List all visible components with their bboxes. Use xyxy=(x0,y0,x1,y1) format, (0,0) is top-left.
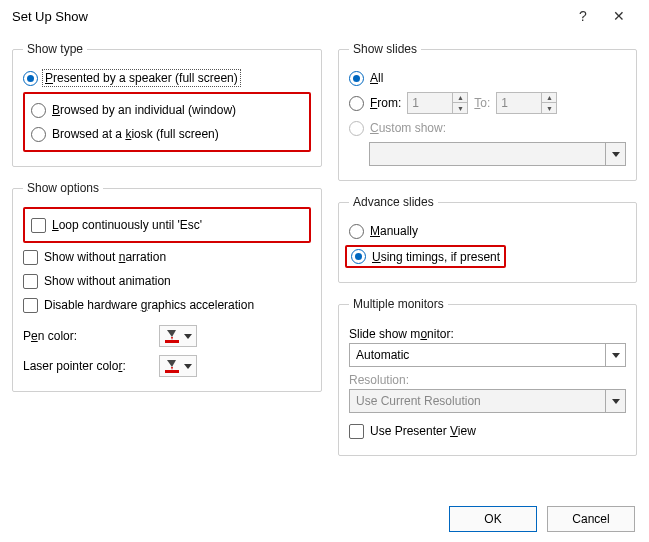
svg-rect-0 xyxy=(165,340,179,343)
input-to[interactable] xyxy=(497,93,541,113)
dropdown-custom-show xyxy=(369,142,626,166)
checkbox-presenter-view[interactable] xyxy=(349,424,364,439)
label-laser-color: Laser pointer color: xyxy=(23,359,153,373)
group-advance-slides: Advance slides Manually Using timings, i… xyxy=(338,195,637,283)
label-no-animation[interactable]: Show without animation xyxy=(44,274,171,288)
checkbox-loop[interactable] xyxy=(31,218,46,233)
ok-button[interactable]: OK xyxy=(449,506,537,532)
radio-from-to[interactable] xyxy=(349,96,364,111)
label-slide-show-monitor: Slide show monitor: xyxy=(349,327,626,341)
dropdown-resolution xyxy=(349,389,626,413)
close-button[interactable]: ✕ xyxy=(601,8,637,24)
checkbox-no-narration[interactable] xyxy=(23,250,38,265)
legend-show-type: Show type xyxy=(23,42,87,56)
spin-down-icon[interactable]: ▼ xyxy=(542,103,556,113)
input-custom-show xyxy=(370,147,605,161)
legend-multiple-monitors: Multiple monitors xyxy=(349,297,448,311)
label-to: To: xyxy=(474,96,490,110)
spinner-from[interactable]: ▲▼ xyxy=(407,92,468,114)
highlight-box-browsed-options: Browsed by an individual (window) Browse… xyxy=(23,92,311,152)
checkbox-no-hwaccel[interactable] xyxy=(23,298,38,313)
label-custom-show: Custom show: xyxy=(370,121,446,135)
dropdown-monitor[interactable] xyxy=(349,343,626,367)
window-title: Set Up Show xyxy=(12,9,565,24)
legend-show-slides: Show slides xyxy=(349,42,421,56)
group-multiple-monitors: Multiple monitors Slide show monitor: Re… xyxy=(338,297,637,456)
group-show-options: Show options Loop continuously until 'Es… xyxy=(12,181,322,392)
label-loop[interactable]: Loop continuously until 'Esc' xyxy=(52,218,202,232)
laser-color-icon xyxy=(164,359,180,373)
label-resolution: Resolution: xyxy=(349,373,626,387)
cancel-button[interactable]: Cancel xyxy=(547,506,635,532)
checkbox-no-animation[interactable] xyxy=(23,274,38,289)
pen-color-picker[interactable] xyxy=(159,325,197,347)
label-browsed-window[interactable]: Browsed by an individual (window) xyxy=(52,103,236,117)
label-from[interactable]: From: xyxy=(370,96,401,110)
spin-up-icon[interactable]: ▲ xyxy=(542,93,556,103)
label-browsed-kiosk[interactable]: Browsed at a kiosk (full screen) xyxy=(52,127,219,141)
legend-show-options: Show options xyxy=(23,181,103,195)
input-monitor[interactable] xyxy=(350,348,605,362)
chevron-down-icon xyxy=(184,334,192,339)
label-pen-color: Pen color: xyxy=(23,329,153,343)
spinner-to[interactable]: ▲▼ xyxy=(496,92,557,114)
laser-color-picker[interactable] xyxy=(159,355,197,377)
input-resolution xyxy=(350,394,605,408)
titlebar: Set Up Show ? ✕ xyxy=(0,0,649,28)
label-no-hwaccel[interactable]: Disable hardware graphics acceleration xyxy=(44,298,254,312)
radio-custom-show xyxy=(349,121,364,136)
radio-presented-speaker[interactable] xyxy=(23,71,38,86)
chevron-down-icon[interactable] xyxy=(605,344,625,366)
svg-rect-1 xyxy=(165,370,179,373)
pen-color-icon xyxy=(164,329,180,343)
label-no-narration[interactable]: Show without narration xyxy=(44,250,166,264)
radio-timings[interactable] xyxy=(351,249,366,264)
radio-browsed-window[interactable] xyxy=(31,103,46,118)
label-presented-speaker[interactable]: Presented by a speaker (full screen) xyxy=(44,71,239,85)
highlight-box-loop: Loop continuously until 'Esc' xyxy=(23,207,311,243)
input-from[interactable] xyxy=(408,93,452,113)
chevron-down-icon xyxy=(605,143,625,165)
radio-all-slides[interactable] xyxy=(349,71,364,86)
label-timings[interactable]: Using timings, if present xyxy=(372,250,500,264)
group-show-slides: Show slides All From: ▲▼ To: ▲▼ xyxy=(338,42,637,181)
label-manually[interactable]: Manually xyxy=(370,224,418,238)
radio-manually[interactable] xyxy=(349,224,364,239)
chevron-down-icon xyxy=(184,364,192,369)
group-show-type: Show type Presented by a speaker (full s… xyxy=(12,42,322,167)
highlight-box-timings: Using timings, if present xyxy=(345,245,506,268)
legend-advance-slides: Advance slides xyxy=(349,195,438,209)
label-all-slides[interactable]: All xyxy=(370,71,383,85)
spin-up-icon[interactable]: ▲ xyxy=(453,93,467,103)
spin-down-icon[interactable]: ▼ xyxy=(453,103,467,113)
help-button[interactable]: ? xyxy=(565,8,601,24)
radio-browsed-kiosk[interactable] xyxy=(31,127,46,142)
chevron-down-icon xyxy=(605,390,625,412)
label-presenter-view[interactable]: Use Presenter View xyxy=(370,424,476,438)
